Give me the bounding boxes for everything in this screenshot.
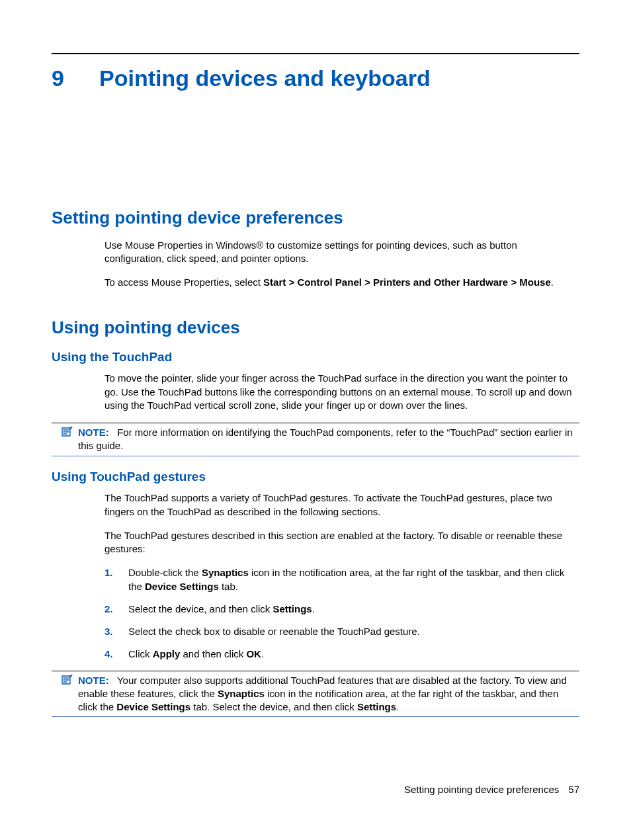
note-text: NOTE: Your computer also supports additi… [78, 674, 579, 714]
bold: Synaptics [218, 688, 265, 699]
para: To move the pointer, slide your finger a… [105, 372, 579, 412]
text: Select the device, and then click [128, 603, 273, 614]
step-number: 3. [105, 625, 113, 638]
text: tab. Select the device, and then click [190, 701, 357, 712]
text: Double-click the [128, 567, 202, 578]
note-label: NOTE: [78, 675, 109, 686]
chapter-title: Pointing devices and keyboard [99, 63, 431, 94]
bold: Device Settings [116, 701, 190, 712]
text: . [261, 648, 264, 659]
text: To access Mouse Properties, select [105, 276, 263, 288]
step-number: 2. [105, 603, 113, 616]
subsection-touchpad: Using the TouchPad [52, 349, 579, 366]
para: The TouchPad supports a variety of Touch… [105, 491, 579, 519]
note-icon [52, 674, 78, 714]
footer-text: Setting pointing device preferences [404, 784, 559, 795]
text: tab. [219, 581, 238, 592]
page-number: 57 [568, 784, 579, 795]
page-footer: Setting pointing device preferences57 [404, 783, 579, 796]
ui-path: Start > Control Panel > Printers and Oth… [263, 276, 551, 288]
section-heading-using: Using pointing devices [52, 316, 579, 339]
top-rule [52, 53, 579, 54]
step-item: 1. Double-click the Synaptics icon in th… [105, 566, 579, 593]
text: Select the check box to disable or reena… [128, 626, 420, 637]
note-touchpad: NOTE: For more information on identifyin… [52, 423, 579, 456]
sub2-body: The TouchPad supports a variety of Touch… [105, 491, 579, 556]
subsection-gestures: Using TouchPad gestures [52, 468, 579, 485]
section1-body: Use Mouse Properties in Windows® to cust… [105, 239, 579, 290]
sub1-body: To move the pointer, slide your finger a… [105, 372, 579, 412]
bold: Synaptics [202, 567, 249, 578]
text: . [396, 701, 399, 712]
bold: Device Settings [145, 581, 219, 592]
step-item: 3. Select the check box to disable or re… [105, 625, 579, 638]
note-icon [52, 426, 78, 453]
bold: Settings [273, 603, 312, 614]
text: . [551, 276, 554, 288]
para: Use Mouse Properties in Windows® to cust… [105, 239, 579, 266]
note-text: NOTE: For more information on identifyin… [78, 426, 579, 453]
section-heading-preferences: Setting pointing device preferences [52, 206, 579, 230]
step-item: 2. Select the device, and then click Set… [105, 603, 579, 616]
chapter-heading: 9 Pointing devices and keyboard [52, 63, 579, 94]
text: and then click [180, 648, 246, 659]
note-gestures: NOTE: Your computer also supports additi… [52, 671, 579, 718]
note-label: NOTE: [78, 427, 109, 438]
steps-list: 1. Double-click the Synaptics icon in th… [105, 566, 579, 661]
step-number: 4. [105, 648, 113, 661]
chapter-number: 9 [52, 63, 99, 94]
step-item: 4. Click Apply and then click OK. [105, 648, 579, 661]
document-page: 9 Pointing devices and keyboard Setting … [0, 0, 631, 840]
bold: Apply [153, 648, 181, 659]
para: To access Mouse Properties, select Start… [105, 276, 579, 289]
para: The TouchPad gestures described in this … [105, 529, 579, 556]
bold: OK [246, 648, 261, 659]
bold: Settings [357, 701, 396, 712]
text: Click [128, 648, 153, 659]
text: . [312, 603, 315, 614]
step-number: 1. [105, 566, 113, 579]
note-body: For more information on identifying the … [78, 427, 573, 451]
